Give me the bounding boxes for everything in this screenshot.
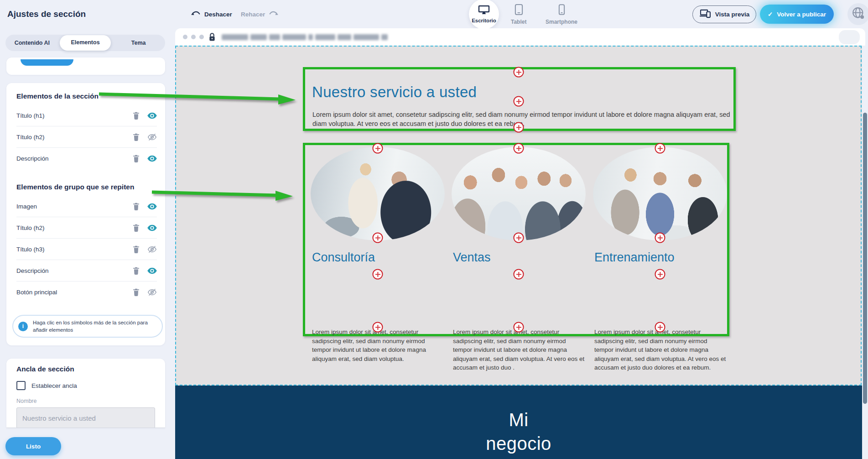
section-elements-title: Elementos de la sección xyxy=(16,90,157,105)
tablet-icon xyxy=(515,4,523,17)
eye-off-icon[interactable] xyxy=(147,245,157,253)
device-desktop-label: Escritorio xyxy=(472,18,496,23)
anchor-checkbox-label: Establecer ancla xyxy=(31,382,77,389)
info-note-text: Haga clic en los símbolos más de la secc… xyxy=(33,319,156,334)
service-text[interactable]: Lorem ipsum dolor sit amet, consetetur s… xyxy=(312,328,445,363)
element-label: Título (h1) xyxy=(16,112,45,119)
plus-icon[interactable] xyxy=(514,233,524,243)
eye-icon[interactable] xyxy=(147,203,157,210)
eye-off-icon[interactable] xyxy=(147,288,157,296)
element-row-titulo-h2-grupo: Título (h2) xyxy=(16,217,157,239)
device-toggle-smartphone[interactable]: Smartphone xyxy=(546,4,577,25)
plus-icon[interactable] xyxy=(655,233,665,243)
globe-icon xyxy=(852,6,865,22)
plus-icon[interactable] xyxy=(373,322,383,333)
element-row-boton-principal: Botón principal xyxy=(16,282,157,303)
service-title[interactable]: Entrenamiento xyxy=(594,250,728,265)
browser-bar xyxy=(175,28,865,46)
service-title[interactable]: Ventas xyxy=(453,250,587,265)
trash-icon[interactable] xyxy=(132,224,140,232)
canvas-scrollbar[interactable] xyxy=(863,113,867,404)
service-photo[interactable] xyxy=(311,147,445,240)
plus-icon[interactable] xyxy=(655,143,665,154)
preview-label: Vista previa xyxy=(715,11,750,18)
plus-icon[interactable] xyxy=(373,233,383,243)
preview-button[interactable]: Vista previa xyxy=(692,5,756,23)
language-globe-button[interactable] xyxy=(847,3,868,25)
service-column-ventas: Ventas Lorem ipsum dolor sit amet, conse… xyxy=(450,147,587,265)
service-title[interactable]: Consultoría xyxy=(312,250,446,265)
device-toggle-tablet[interactable]: Tablet xyxy=(511,4,526,25)
service-photo[interactable] xyxy=(452,147,586,240)
anchor-checkbox[interactable] xyxy=(16,381,26,390)
device-smartphone-label: Smartphone xyxy=(546,19,577,25)
anchor-name-label: Nombre xyxy=(16,398,155,404)
eye-icon[interactable] xyxy=(147,224,157,231)
redo-button[interactable]: Rehacer xyxy=(241,0,279,28)
devices-preview-icon xyxy=(699,9,711,20)
element-row-descripcion-grupo: Descripción xyxy=(16,260,157,282)
eye-icon[interactable] xyxy=(147,155,157,162)
browser-url-redacted[interactable] xyxy=(222,34,388,40)
element-label: Título (h2) xyxy=(16,134,45,141)
plus-icon[interactable] xyxy=(373,143,383,154)
eye-off-icon[interactable] xyxy=(147,133,157,141)
publish-button[interactable]: ✓ Volver a publicar xyxy=(760,5,834,24)
service-text[interactable]: Lorem ipsum dolor sit amet, consetetur s… xyxy=(453,328,586,372)
trash-icon[interactable] xyxy=(132,133,140,141)
section-elements-card: Elementos de la sección Título (h1) Títu… xyxy=(6,83,165,345)
trash-icon[interactable] xyxy=(132,111,140,120)
info-icon: i xyxy=(18,322,28,331)
plus-icon[interactable] xyxy=(514,122,524,133)
device-tablet-label: Tablet xyxy=(511,19,526,25)
element-row-imagen: Imagen xyxy=(16,196,157,217)
anchor-name-input[interactable] xyxy=(16,407,155,428)
tab-tema[interactable]: Tema xyxy=(112,36,165,50)
group-elements-title: Elementos de grupo que se repiten xyxy=(16,181,157,196)
desktop-icon xyxy=(478,5,490,17)
element-label: Título (h2) xyxy=(16,224,45,231)
element-row-titulo-h2: Título (h2) xyxy=(16,126,157,148)
tab-elementos[interactable]: Elementos xyxy=(60,35,111,51)
redo-icon xyxy=(269,10,279,18)
lock-icon xyxy=(208,32,216,44)
partial-blue-button[interactable] xyxy=(21,59,73,66)
smartphone-icon xyxy=(558,4,565,17)
undo-icon xyxy=(191,10,201,18)
element-label: Descripción xyxy=(16,155,49,162)
eye-icon[interactable] xyxy=(147,112,157,119)
publish-label: Volver a publicar xyxy=(777,11,826,18)
service-column-entrenamiento: Entrenamiento Lorem ipsum dolor sit amet… xyxy=(592,147,728,265)
trash-icon[interactable] xyxy=(132,154,140,163)
service-photo[interactable] xyxy=(593,147,727,240)
eye-icon[interactable] xyxy=(147,267,157,274)
plus-icon[interactable] xyxy=(514,143,524,154)
settings-tabs: Contenido AI Elementos Tema xyxy=(5,35,165,51)
undo-button[interactable]: Deshacer xyxy=(191,0,232,28)
element-row-descripcion: Descripción xyxy=(16,148,157,169)
plus-icon[interactable] xyxy=(373,269,383,280)
site-footer-section[interactable]: Mi negocio xyxy=(175,386,862,459)
plus-icon[interactable] xyxy=(514,96,524,107)
window-dots-icon xyxy=(183,35,204,39)
done-button[interactable]: Listo xyxy=(5,437,61,455)
element-label: Botón principal xyxy=(16,289,57,296)
element-row-titulo-h1: Título (h1) xyxy=(16,105,157,126)
plus-icon[interactable] xyxy=(655,322,665,333)
trash-icon[interactable] xyxy=(132,288,140,297)
editor-root: Ajustes de sección Deshacer Rehacer Escr… xyxy=(0,0,868,459)
website-canvas: Nuestro servicio a usted Lorem ipsum dol… xyxy=(175,46,862,459)
trash-icon[interactable] xyxy=(132,245,140,254)
plus-icon[interactable] xyxy=(514,269,524,280)
element-label: Título (h3) xyxy=(16,246,45,253)
undo-label: Deshacer xyxy=(204,11,232,18)
site-heading-h1[interactable]: Nuestro servicio a usted xyxy=(312,83,477,101)
plus-icon[interactable] xyxy=(514,67,524,78)
trash-icon[interactable] xyxy=(132,266,140,275)
trash-icon[interactable] xyxy=(132,202,140,211)
plus-icon[interactable] xyxy=(655,269,665,280)
plus-icon[interactable] xyxy=(514,322,524,333)
tab-contenido-ai[interactable]: Contenido AI xyxy=(5,36,59,50)
device-toggle-desktop[interactable]: Escritorio xyxy=(469,0,499,29)
service-text[interactable]: Lorem ipsum dolor sit amet, consetetur s… xyxy=(594,328,728,372)
